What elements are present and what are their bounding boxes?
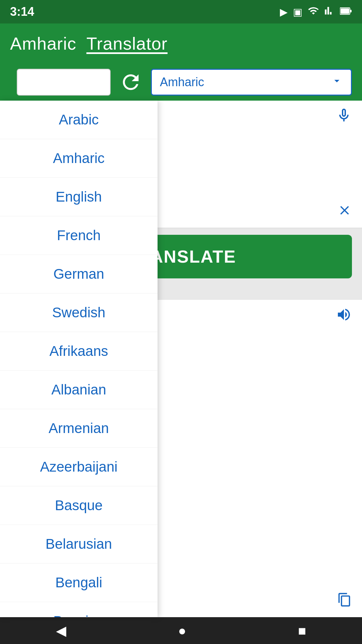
target-language-label: Amharic bbox=[160, 75, 204, 89]
nav-bar: ◀ ● ■ bbox=[0, 617, 362, 644]
chevron-down-icon bbox=[331, 75, 343, 90]
language-item[interactable]: French bbox=[0, 216, 158, 255]
header-title-first: Amharic bbox=[10, 34, 76, 54]
signal-icon bbox=[324, 6, 335, 18]
wifi-icon bbox=[308, 5, 319, 19]
source-language-box[interactable] bbox=[17, 69, 111, 96]
language-item[interactable]: Armenian bbox=[0, 409, 158, 448]
language-dropdown-overlay[interactable]: ArabicAmharicEnglishFrenchGermanSwedishA… bbox=[0, 101, 158, 617]
controls-row: Amharic bbox=[0, 64, 362, 101]
language-item[interactable]: Swedish bbox=[0, 293, 158, 332]
battery-icon bbox=[340, 6, 352, 17]
sim-icon: ▣ bbox=[293, 6, 302, 18]
language-item[interactable]: Arabic bbox=[0, 101, 158, 139]
language-item[interactable]: Bengali bbox=[0, 564, 158, 602]
language-item[interactable]: German bbox=[0, 255, 158, 293]
language-item[interactable]: Albanian bbox=[0, 371, 158, 409]
svg-rect-1 bbox=[341, 8, 349, 14]
language-item[interactable]: Afrikaans bbox=[0, 332, 158, 371]
language-item[interactable]: Belarusian bbox=[0, 525, 158, 564]
language-item[interactable]: Bosnian bbox=[0, 602, 158, 617]
copy-icon[interactable] bbox=[337, 592, 352, 610]
status-time: 3:14 bbox=[10, 5, 34, 19]
play-icon: ▶ bbox=[280, 6, 288, 18]
svg-rect-2 bbox=[350, 10, 352, 12]
header-title: Amharic Translator bbox=[10, 34, 168, 54]
recent-apps-button[interactable]: ■ bbox=[298, 623, 306, 638]
clear-icon[interactable] bbox=[337, 203, 352, 221]
language-item[interactable]: Basque bbox=[0, 486, 158, 525]
language-item[interactable]: Amharic bbox=[0, 139, 158, 178]
home-button[interactable]: ● bbox=[178, 623, 186, 638]
swap-languages-button[interactable] bbox=[117, 69, 144, 96]
status-bar: 3:14 ▶ ▣ bbox=[0, 0, 362, 23]
target-language-dropdown[interactable]: Amharic bbox=[151, 69, 352, 96]
mic-icon[interactable] bbox=[336, 107, 352, 127]
back-button[interactable]: ◀ bbox=[56, 623, 66, 638]
app-header: Amharic Translator bbox=[0, 23, 362, 64]
language-item[interactable]: Azeerbaijani bbox=[0, 448, 158, 486]
header-title-second: Translator bbox=[86, 34, 168, 54]
speaker-icon[interactable] bbox=[336, 307, 352, 326]
main-area: TRANSLATE Translated by Google ArabicAmh… bbox=[0, 101, 362, 617]
language-item[interactable]: English bbox=[0, 178, 158, 216]
status-icons: ▶ ▣ bbox=[280, 5, 352, 19]
